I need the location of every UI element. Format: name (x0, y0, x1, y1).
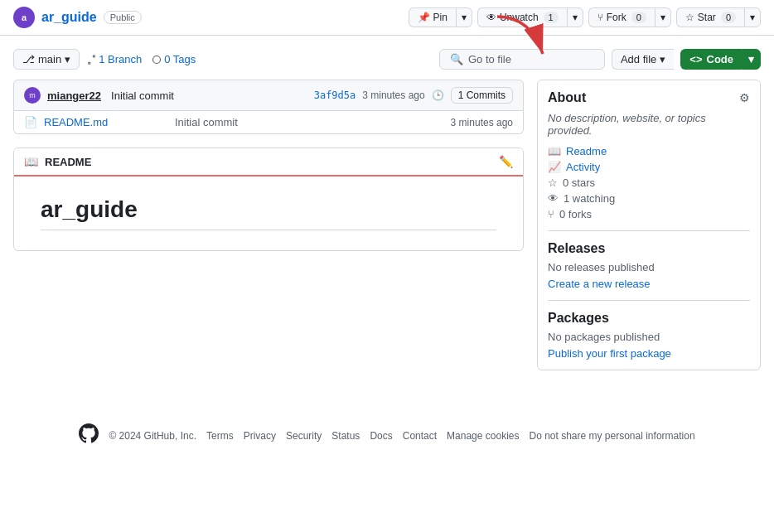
main-container: ⎇ main ▾ 1 Branch 0 Tags 🔍 Go to file Ad… (0, 36, 774, 370)
code-button[interactable]: <> Code (680, 49, 742, 70)
about-header: About ⚙ (548, 90, 750, 105)
branch-selector[interactable]: ⎇ main ▾ (13, 49, 80, 70)
readme-header: 📖 README ✏️ (14, 148, 523, 177)
edit-icon[interactable]: ✏️ (499, 155, 513, 168)
commits-link[interactable]: 1 Commits (451, 87, 513, 104)
terms-link[interactable]: Terms (206, 430, 234, 442)
commit-sha-link[interactable]: 3af9d5a (314, 89, 356, 101)
status-link[interactable]: Status (331, 430, 360, 442)
pin-caret[interactable]: ▾ (456, 7, 472, 27)
packages-title: Packages (548, 311, 750, 326)
pin-icon: 📌 (418, 12, 430, 23)
github-logo-icon (79, 423, 99, 448)
readme-link[interactable]: Readme (566, 145, 607, 157)
releases-section: Releases No releases published Create a … (548, 241, 750, 290)
fork-button[interactable]: ⑂ Fork 0 (588, 7, 655, 27)
add-file-group: Add file ▾ (612, 49, 674, 70)
about-watching-item: 👁 1 watching (548, 192, 750, 205)
commit-message: Initial commit (111, 89, 174, 102)
releases-text: No releases published (548, 261, 750, 273)
about-section: About ⚙ No description, website, or topi… (537, 80, 761, 370)
star-icon: ☆ (685, 12, 694, 23)
branch-tags-info: 1 Branch 0 Tags (86, 53, 196, 65)
activity-icon: 📈 (548, 161, 561, 173)
pin-button[interactable]: 📌 Pin (409, 7, 456, 27)
commit-avatar: m (24, 87, 41, 104)
commit-author-link[interactable]: mianger22 (47, 89, 101, 102)
readme-box: 📖 README ✏️ ar_guide (13, 148, 524, 251)
tag-count-link[interactable]: 0 Tags (164, 53, 196, 65)
toolbar-row: ⎇ main ▾ 1 Branch 0 Tags 🔍 Go to file Ad… (13, 49, 761, 70)
docs-link[interactable]: Docs (370, 430, 392, 442)
about-links: 📖 Readme 📈 Activity ☆ 0 stars 👁 1 watchi… (548, 145, 750, 220)
fork-caret[interactable]: ▾ (655, 7, 671, 27)
readme-content: ar_guide (14, 177, 523, 250)
releases-title: Releases (548, 241, 750, 256)
branch-caret-icon: ▾ (65, 53, 70, 65)
user-avatar: a (13, 7, 35, 28)
readme-title: README (45, 156, 91, 168)
stars-count: 0 stars (563, 177, 595, 189)
fork-group: ⑂ Fork 0 ▾ (588, 7, 671, 27)
clock-icon: 🕒 (432, 89, 444, 101)
unwatch-button[interactable]: 👁 Unwatch 1 (477, 7, 567, 27)
contact-link[interactable]: Contact (403, 430, 437, 442)
packages-text: No packages published (548, 331, 750, 343)
unwatch-count: 1 (544, 12, 559, 23)
star-caret[interactable]: ▾ (744, 7, 761, 27)
readme-project-title: ar_guide (41, 196, 496, 230)
manage-cookies-link[interactable]: Manage cookies (447, 430, 519, 442)
about-readme-link-item: 📖 Readme (548, 145, 750, 157)
eye-icon-small: 👁 (548, 192, 559, 205)
add-file-button[interactable]: Add file ▾ (612, 49, 674, 70)
book-icon: 📖 (24, 155, 38, 168)
about-title: About (548, 90, 586, 105)
footer-inner: © 2024 GitHub, Inc. Terms Privacy Securi… (13, 423, 761, 448)
activity-link[interactable]: Activity (566, 161, 600, 173)
branch-icon: ⎇ (22, 53, 35, 65)
about-stars-item: ☆ 0 stars (548, 177, 750, 189)
do-not-share-link[interactable]: Do not share my personal information (529, 430, 694, 442)
footer: © 2024 GitHub, Inc. Terms Privacy Securi… (0, 397, 774, 475)
file-name-link[interactable]: README.md (44, 116, 168, 128)
main-col: m mianger22 Initial commit 3af9d5a 3 min… (13, 80, 524, 251)
tag-icon-svg (152, 55, 162, 65)
code-caret[interactable]: ▾ (742, 49, 761, 70)
publish-package-link[interactable]: Publish your first package (548, 347, 671, 360)
forks-count: 0 forks (559, 208, 592, 220)
tag-count: 0 Tags (152, 53, 196, 65)
fork-icon: ⑂ (597, 12, 603, 23)
branch-icon-svg (86, 55, 96, 65)
readme-title-row: 📖 README (24, 155, 91, 168)
code-group: <> Code ▾ (680, 49, 761, 70)
create-release-link[interactable]: Create a new release (548, 278, 651, 290)
eye-icon: 👁 (486, 12, 496, 23)
gear-icon[interactable]: ⚙ (739, 91, 750, 104)
top-header: a ar_guide Public 📌 Pin ▾ 👁 Unwatch 1 ▾ … (0, 0, 774, 36)
security-link[interactable]: Security (286, 430, 322, 442)
file-time: 3 minutes ago (451, 117, 513, 128)
about-forks-item: ⑂ 0 forks (548, 208, 750, 220)
content-columns: m mianger22 Initial commit 3af9d5a 3 min… (13, 80, 761, 370)
unwatch-group: 👁 Unwatch 1 ▾ (477, 7, 583, 27)
privacy-link[interactable]: Privacy (244, 430, 276, 442)
repo-name-link[interactable]: ar_guide (41, 10, 97, 25)
table-row: 📄 README.md Initial commit 3 minutes ago (14, 111, 523, 133)
branch-count-link[interactable]: 1 Branch (99, 53, 142, 65)
about-divider (548, 230, 750, 231)
search-icon: 🔍 (450, 53, 463, 65)
fork-icon-small: ⑂ (548, 208, 554, 220)
about-description: No description, website, or topics provi… (548, 112, 750, 137)
releases-divider (548, 300, 750, 301)
unwatch-caret[interactable]: ▾ (567, 7, 583, 27)
code-icon: <> (689, 53, 702, 65)
star-button[interactable]: ☆ Star 0 (676, 7, 744, 27)
header-actions: 📌 Pin ▾ 👁 Unwatch 1 ▾ ⑂ Fork 0 ▾ (409, 7, 761, 27)
branch-count: 1 Branch (86, 53, 142, 65)
commit-row: m mianger22 Initial commit 3af9d5a 3 min… (13, 80, 524, 111)
copyright-text: © 2024 GitHub, Inc. (109, 430, 196, 442)
goto-file-button[interactable]: 🔍 Go to file (439, 49, 605, 70)
about-activity-link-item: 📈 Activity (548, 161, 750, 173)
commit-info-left: m mianger22 Initial commit (24, 87, 174, 104)
book-icon-small: 📖 (548, 145, 561, 157)
